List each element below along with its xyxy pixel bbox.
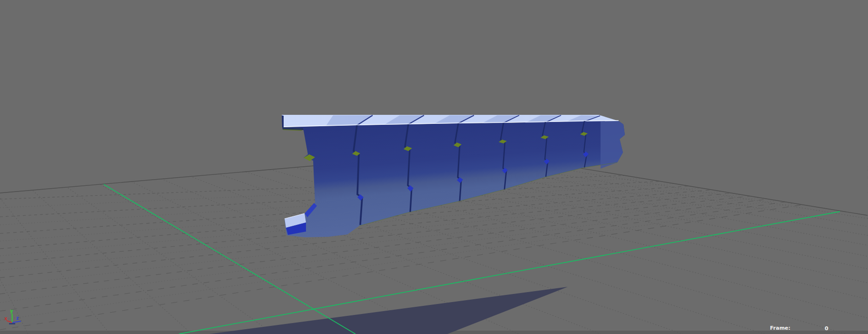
frame-label: Frame: xyxy=(770,325,790,331)
frame-value: 0 xyxy=(825,325,829,332)
world-axis-line-2 xyxy=(179,212,840,334)
viewport-3d[interactable]: y x z Frame: 0 xyxy=(0,0,868,334)
axis-gizmo: y x z xyxy=(4,308,21,324)
grid-line xyxy=(0,192,868,320)
gizmo-y-label: y xyxy=(10,308,13,314)
barrier-object xyxy=(282,115,625,237)
gizmo-x-axis xyxy=(7,321,12,323)
barrier-shadow xyxy=(209,287,568,334)
gizmo-z-label: z xyxy=(16,315,19,321)
gizmo-x-label: x xyxy=(4,316,8,321)
scene-canvas: y x z Frame: 0 xyxy=(0,0,868,334)
status-bar: Frame: 0 xyxy=(770,325,829,332)
gizmo-z-axis xyxy=(12,321,21,323)
